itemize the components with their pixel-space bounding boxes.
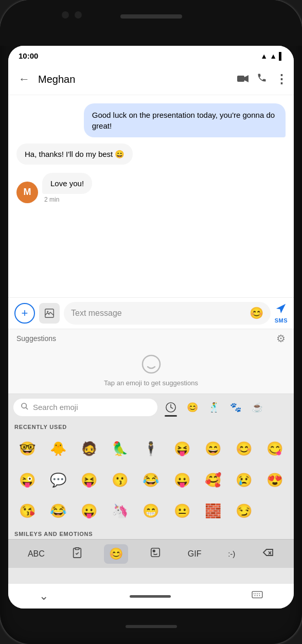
screen: 10:00 ▲ ▲ ▌ ← Meghan bbox=[8, 46, 294, 609]
clipboard-icon bbox=[72, 547, 83, 561]
emoji-kiss[interactable]: 😗 bbox=[105, 465, 135, 495]
top-speaker bbox=[120, 14, 182, 19]
svg-rect-13 bbox=[252, 591, 262, 598]
category-people[interactable]: 🕺 bbox=[205, 398, 223, 417]
category-smileys[interactable]: 😊 bbox=[183, 398, 202, 417]
svg-rect-0 bbox=[237, 76, 244, 82]
emoji-joy[interactable]: 😂 bbox=[43, 496, 73, 526]
emoticon-label: :-) bbox=[228, 549, 235, 558]
emoji-xd[interactable]: 😝 bbox=[167, 434, 197, 464]
plus-icon: + bbox=[22, 307, 28, 320]
category-recent[interactable] bbox=[162, 398, 180, 417]
suggestions-bar: Suggestions ⚙ bbox=[8, 329, 294, 348]
svg-point-3 bbox=[47, 311, 48, 312]
keyboard-clipboard-button[interactable] bbox=[66, 544, 88, 564]
input-bar: + Text message 😊 S bbox=[8, 297, 294, 329]
svg-point-4 bbox=[143, 355, 160, 373]
search-icon bbox=[21, 402, 29, 413]
emoji-grin[interactable]: 😄 bbox=[198, 434, 228, 464]
suggestions-label: Suggestions bbox=[16, 334, 56, 343]
emoji-tongue3[interactable]: 😛 bbox=[74, 496, 104, 526]
emoji-neutral[interactable]: 😐 bbox=[167, 496, 197, 526]
keyboard-gif-button[interactable]: GIF bbox=[183, 546, 207, 562]
emoji-kissing[interactable]: 😘 bbox=[12, 496, 42, 526]
emoji-unicorn[interactable]: 🦄 bbox=[105, 496, 135, 526]
emoji-category-tabs: 😊 🕺 🐾 ☕ bbox=[162, 398, 267, 417]
status-bar: 10:00 ▲ ▲ ▌ bbox=[8, 46, 294, 64]
svg-point-5 bbox=[22, 403, 26, 408]
phone-call-button[interactable] bbox=[257, 73, 267, 86]
emoji-parrot[interactable]: 🦜 bbox=[105, 434, 135, 464]
svg-point-10 bbox=[153, 550, 155, 552]
emoji-smile[interactable]: 😊 bbox=[229, 434, 259, 464]
signal-icon: ▲ bbox=[270, 52, 277, 60]
emoji-suggestions-panel: Tap an emoji to get suggestions bbox=[8, 348, 294, 394]
emoji-cry[interactable]: 😢 bbox=[229, 465, 259, 495]
love-message-bubble: Love you! bbox=[42, 173, 92, 194]
sms-send-button[interactable]: SMS bbox=[275, 303, 288, 324]
camera-dot-right bbox=[75, 11, 82, 19]
gif-label: GIF bbox=[188, 549, 202, 559]
message-timestamp: 2 min bbox=[42, 196, 92, 203]
wifi-icon: ▲ bbox=[260, 52, 268, 60]
status-icons: ▲ ▲ ▌ bbox=[260, 52, 283, 60]
emoji-nerd[interactable]: 🤓 bbox=[12, 434, 42, 464]
send-arrow-icon bbox=[275, 303, 287, 317]
bottom-nav: ⌄ bbox=[8, 584, 294, 609]
smiley-placeholder-icon bbox=[141, 354, 161, 374]
phone-bottom bbox=[126, 609, 177, 644]
emoji-smirk[interactable]: 😏 bbox=[229, 496, 259, 526]
emoji-squint[interactable]: 😝 bbox=[74, 465, 104, 495]
emoji-hearts[interactable]: 🥰 bbox=[198, 465, 228, 495]
emoji-brick[interactable]: 🧱 bbox=[198, 496, 228, 526]
category-animals[interactable]: 🐾 bbox=[226, 398, 245, 417]
status-time: 10:00 bbox=[19, 51, 38, 60]
svg-line-6 bbox=[26, 407, 28, 409]
emoji-search-box[interactable]: Search emoji bbox=[13, 399, 157, 416]
emoji-big-grin[interactable]: 😁 bbox=[136, 496, 166, 526]
suggestions-settings-button[interactable]: ⚙ bbox=[276, 332, 286, 345]
emoji-heart-eyes[interactable]: 😍 bbox=[260, 465, 290, 495]
emoji-speech[interactable]: 💬 bbox=[43, 465, 73, 495]
contact-avatar: M bbox=[16, 182, 38, 203]
bottom-speaker bbox=[126, 625, 177, 628]
app-bar-actions: ⋮ bbox=[237, 72, 288, 86]
keyboard-sticker-button[interactable] bbox=[145, 544, 166, 564]
emoji-yum[interactable]: 😋 bbox=[260, 434, 290, 464]
contact-name: Meghan bbox=[38, 74, 233, 85]
text-input-container[interactable]: Text message 😊 bbox=[64, 302, 271, 325]
emoji-tongue2[interactable]: 😛 bbox=[167, 465, 197, 495]
keyboard-toolbar: ABC 😊 bbox=[8, 539, 294, 568]
incoming-group-message: M Love you! 2 min bbox=[16, 173, 92, 203]
home-indicator[interactable] bbox=[130, 595, 171, 598]
emoji-suit[interactable]: 🕴 bbox=[136, 434, 166, 464]
emoji-bearded[interactable]: 🧔 bbox=[74, 434, 104, 464]
phone-notch bbox=[0, 0, 302, 46]
emoji-laugh[interactable]: 😂 bbox=[136, 465, 166, 495]
category-food[interactable]: ☕ bbox=[248, 398, 267, 417]
svg-rect-9 bbox=[151, 548, 160, 557]
chevron-down-button[interactable]: ⌄ bbox=[39, 589, 48, 603]
incoming-message-bubble: Ha, thanks! I'll do my best 😄 bbox=[16, 144, 133, 165]
recently-used-grid: 🤓 🐥 🧔 🦜 🕴 😝 😄 😊 😋 😜 💬 😝 😗 😂 😛 🥰 😢 😍 😘 bbox=[8, 432, 294, 528]
outgoing-message: Good luck on the presentation today, you… bbox=[84, 103, 286, 137]
phone-frame: 10:00 ▲ ▲ ▌ ← Meghan bbox=[0, 0, 302, 644]
camera-dot-left bbox=[62, 11, 69, 19]
emoji-chick[interactable]: 🐥 bbox=[43, 434, 73, 464]
keyboard-abc-button[interactable]: ABC bbox=[23, 546, 50, 562]
add-attachment-button[interactable]: + bbox=[14, 303, 35, 324]
svg-rect-8 bbox=[75, 548, 79, 550]
emoji-keyboard: Search emoji 😊 🕺 🐾 ☕ RECENTLY bbox=[8, 394, 294, 584]
more-options-button[interactable]: ⋮ bbox=[275, 72, 288, 86]
image-attachment-button[interactable] bbox=[39, 303, 60, 324]
keyboard-emoticon-button[interactable]: :-) bbox=[223, 546, 240, 561]
keyboard-emoji-button[interactable]: 😊 bbox=[104, 544, 128, 564]
abc-label: ABC bbox=[28, 549, 45, 559]
back-button[interactable]: ← bbox=[14, 70, 34, 88]
emoji-tongue[interactable]: 😜 bbox=[12, 465, 42, 495]
keyboard-backspace-button[interactable] bbox=[257, 544, 279, 564]
emoji-picker-button[interactable]: 😊 bbox=[250, 307, 263, 320]
keyboard-toggle-button[interactable] bbox=[252, 591, 263, 602]
video-call-button[interactable] bbox=[237, 73, 248, 86]
emoji-search-row: Search emoji 😊 🕺 🐾 ☕ bbox=[8, 394, 294, 421]
